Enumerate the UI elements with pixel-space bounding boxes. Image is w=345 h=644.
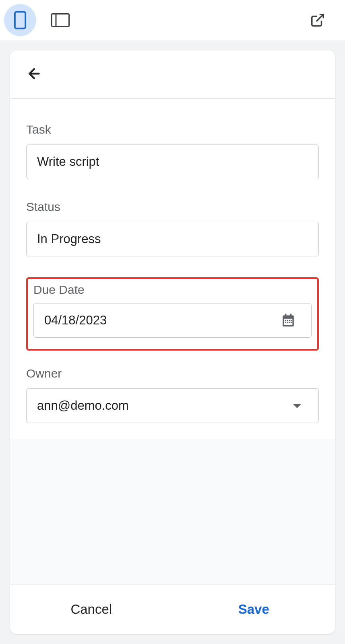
task-input[interactable]: Write script — [26, 144, 319, 179]
owner-select[interactable]: ann@demo.com — [26, 388, 319, 423]
svg-rect-13 — [289, 322, 290, 323]
owner-value: ann@demo.com — [37, 398, 129, 413]
form-card: Task Write script Status In Progress Due… — [10, 50, 335, 634]
save-button[interactable]: Save — [173, 585, 335, 634]
due-date-label: Due Date — [33, 283, 312, 297]
card-header — [10, 50, 335, 99]
status-field: Status In Progress — [26, 200, 319, 256]
bottom-action-bar: Cancel Save — [10, 584, 335, 634]
task-value: Write script — [37, 155, 99, 169]
external-link-button[interactable] — [306, 8, 330, 32]
svg-rect-5 — [285, 314, 287, 316]
due-date-value: 04/18/2023 — [44, 313, 107, 328]
task-label: Task — [26, 123, 319, 136]
tablet-preview-button[interactable] — [44, 4, 76, 36]
mobile-icon — [14, 11, 26, 29]
tablet-icon — [51, 13, 70, 27]
top-toolbar — [0, 0, 345, 40]
svg-rect-11 — [285, 322, 286, 323]
svg-rect-6 — [290, 314, 291, 316]
status-label: Status — [26, 200, 319, 214]
task-field: Task Write script — [26, 123, 319, 179]
external-link-icon — [310, 12, 325, 28]
svg-rect-12 — [287, 322, 288, 323]
chevron-down-icon — [292, 402, 302, 409]
mobile-preview-button[interactable] — [4, 4, 36, 36]
due-date-input[interactable]: 04/18/2023 — [33, 303, 312, 338]
svg-rect-14 — [291, 322, 292, 323]
back-arrow-icon — [26, 66, 42, 82]
form-area: Task Write script Status In Progress Due… — [10, 99, 335, 439]
status-input[interactable]: In Progress — [26, 222, 319, 256]
owner-label: Owner — [26, 367, 319, 380]
svg-rect-1 — [52, 14, 69, 27]
svg-rect-10 — [291, 320, 292, 321]
back-button[interactable] — [22, 62, 46, 87]
due-date-highlight: Due Date 04/18/2023 — [26, 277, 319, 351]
form-spacer — [10, 439, 335, 584]
canvas-background: Task Write script Status In Progress Due… — [0, 40, 345, 644]
svg-rect-9 — [289, 320, 290, 321]
cancel-button[interactable]: Cancel — [10, 585, 173, 634]
svg-marker-15 — [293, 404, 302, 408]
svg-rect-8 — [287, 320, 288, 321]
svg-rect-0 — [15, 12, 25, 28]
svg-rect-7 — [285, 320, 286, 321]
calendar-icon — [281, 313, 295, 328]
status-value: In Progress — [37, 232, 101, 246]
owner-field: Owner ann@demo.com — [26, 367, 319, 423]
